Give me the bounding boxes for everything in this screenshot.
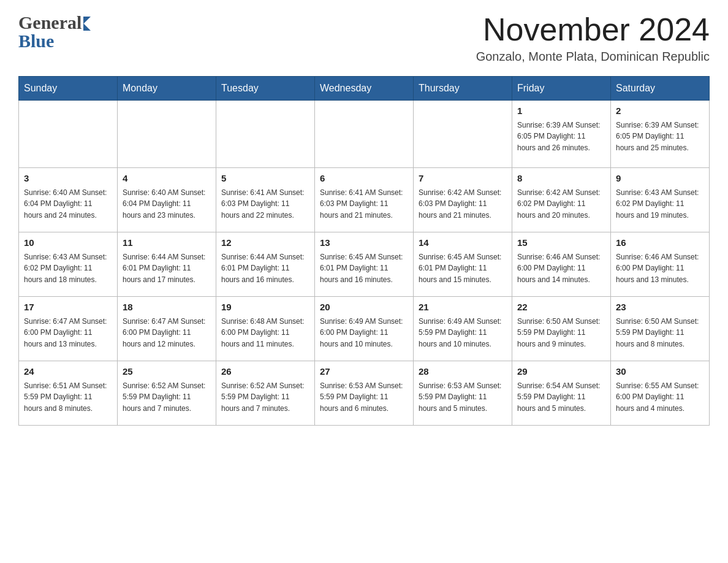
day-number: 13	[320, 236, 408, 250]
calendar-cell: 3Sunrise: 6:40 AM Sunset: 6:04 PM Daylig…	[19, 168, 118, 232]
day-info: Sunrise: 6:40 AM Sunset: 6:04 PM Dayligh…	[24, 187, 112, 221]
day-info: Sunrise: 6:41 AM Sunset: 6:03 PM Dayligh…	[221, 187, 309, 221]
calendar-cell: 30Sunrise: 6:55 AM Sunset: 6:00 PM Dayli…	[611, 361, 710, 426]
weekday-header-friday: Friday	[512, 77, 611, 101]
logo-flag-icon	[83, 17, 91, 31]
calendar-cell: 24Sunrise: 6:51 AM Sunset: 5:59 PM Dayli…	[19, 361, 118, 426]
day-info: Sunrise: 6:51 AM Sunset: 5:59 PM Dayligh…	[24, 380, 112, 415]
day-info: Sunrise: 6:55 AM Sunset: 6:00 PM Dayligh…	[616, 380, 704, 415]
day-info: Sunrise: 6:46 AM Sunset: 6:00 PM Dayligh…	[517, 251, 605, 286]
day-info: Sunrise: 6:42 AM Sunset: 6:03 PM Dayligh…	[419, 187, 507, 221]
calendar-week-row: 1Sunrise: 6:39 AM Sunset: 6:05 PM Daylig…	[19, 101, 710, 168]
calendar-week-row: 17Sunrise: 6:47 AM Sunset: 6:00 PM Dayli…	[19, 297, 710, 361]
weekday-header-wednesday: Wednesday	[315, 77, 414, 101]
day-number: 26	[221, 365, 309, 379]
calendar-cell: 21Sunrise: 6:49 AM Sunset: 5:59 PM Dayli…	[414, 297, 512, 361]
day-info: Sunrise: 6:53 AM Sunset: 5:59 PM Dayligh…	[419, 380, 507, 415]
day-info: Sunrise: 6:53 AM Sunset: 5:59 PM Dayligh…	[320, 380, 408, 415]
logo: General Blue	[18, 12, 91, 52]
calendar-cell: 28Sunrise: 6:53 AM Sunset: 5:59 PM Dayli…	[414, 361, 512, 426]
day-info: Sunrise: 6:43 AM Sunset: 6:02 PM Dayligh…	[24, 251, 112, 286]
calendar-cell: 11Sunrise: 6:44 AM Sunset: 6:01 PM Dayli…	[118, 232, 216, 297]
calendar-cell	[118, 101, 216, 168]
calendar-cell: 20Sunrise: 6:49 AM Sunset: 6:00 PM Dayli…	[315, 297, 414, 361]
day-number: 16	[616, 236, 704, 250]
calendar-cell	[315, 101, 414, 168]
month-title: November 2024	[476, 12, 710, 47]
day-number: 28	[419, 365, 507, 379]
day-number: 1	[517, 104, 605, 118]
calendar-cell	[216, 101, 315, 168]
calendar-cell: 27Sunrise: 6:53 AM Sunset: 5:59 PM Dayli…	[315, 361, 414, 426]
calendar-cell: 12Sunrise: 6:44 AM Sunset: 6:01 PM Dayli…	[216, 232, 315, 297]
calendar-week-row: 10Sunrise: 6:43 AM Sunset: 6:02 PM Dayli…	[19, 232, 710, 297]
calendar-cell: 29Sunrise: 6:54 AM Sunset: 5:59 PM Dayli…	[512, 361, 611, 426]
calendar-cell: 8Sunrise: 6:42 AM Sunset: 6:02 PM Daylig…	[512, 168, 611, 232]
calendar-cell: 15Sunrise: 6:46 AM Sunset: 6:00 PM Dayli…	[512, 232, 611, 297]
calendar-cell: 1Sunrise: 6:39 AM Sunset: 6:05 PM Daylig…	[512, 101, 611, 168]
calendar-cell: 18Sunrise: 6:47 AM Sunset: 6:00 PM Dayli…	[118, 297, 216, 361]
calendar-cell: 25Sunrise: 6:52 AM Sunset: 5:59 PM Dayli…	[118, 361, 216, 426]
day-number: 23	[616, 301, 704, 315]
calendar-cell: 7Sunrise: 6:42 AM Sunset: 6:03 PM Daylig…	[414, 168, 512, 232]
logo-blue-text: Blue	[18, 31, 54, 52]
day-number: 9	[616, 172, 704, 186]
day-number: 12	[221, 236, 309, 250]
day-number: 17	[24, 301, 112, 315]
day-info: Sunrise: 6:49 AM Sunset: 5:59 PM Dayligh…	[419, 316, 507, 350]
calendar-header-row: SundayMondayTuesdayWednesdayThursdayFrid…	[19, 77, 710, 101]
calendar-cell: 23Sunrise: 6:50 AM Sunset: 5:59 PM Dayli…	[611, 297, 710, 361]
calendar-week-row: 24Sunrise: 6:51 AM Sunset: 5:59 PM Dayli…	[19, 361, 710, 426]
day-number: 21	[419, 301, 507, 315]
day-number: 4	[123, 172, 211, 186]
weekday-header-tuesday: Tuesday	[216, 77, 315, 101]
calendar-cell: 4Sunrise: 6:40 AM Sunset: 6:04 PM Daylig…	[118, 168, 216, 232]
day-number: 14	[419, 236, 507, 250]
day-number: 5	[221, 172, 309, 186]
calendar-week-row: 3Sunrise: 6:40 AM Sunset: 6:04 PM Daylig…	[19, 168, 710, 232]
title-area: November 2024 Gonzalo, Monte Plata, Domi…	[476, 12, 710, 64]
calendar-cell: 10Sunrise: 6:43 AM Sunset: 6:02 PM Dayli…	[19, 232, 118, 297]
day-number: 20	[320, 301, 408, 315]
calendar-cell: 6Sunrise: 6:41 AM Sunset: 6:03 PM Daylig…	[315, 168, 414, 232]
calendar-cell: 2Sunrise: 6:39 AM Sunset: 6:05 PM Daylig…	[611, 101, 710, 168]
calendar-cell: 26Sunrise: 6:52 AM Sunset: 5:59 PM Dayli…	[216, 361, 315, 426]
day-info: Sunrise: 6:54 AM Sunset: 5:59 PM Dayligh…	[517, 380, 605, 415]
day-info: Sunrise: 6:44 AM Sunset: 6:01 PM Dayligh…	[123, 251, 211, 286]
day-number: 25	[123, 365, 211, 379]
logo-general-text: General	[18, 12, 82, 33]
calendar-cell: 17Sunrise: 6:47 AM Sunset: 6:00 PM Dayli…	[19, 297, 118, 361]
day-info: Sunrise: 6:45 AM Sunset: 6:01 PM Dayligh…	[320, 251, 408, 286]
day-number: 29	[517, 365, 605, 379]
calendar-cell: 13Sunrise: 6:45 AM Sunset: 6:01 PM Dayli…	[315, 232, 414, 297]
header: General Blue November 2024 Gonzalo, Mont…	[18, 12, 710, 64]
day-info: Sunrise: 6:49 AM Sunset: 6:00 PM Dayligh…	[320, 316, 408, 350]
weekday-header-thursday: Thursday	[414, 77, 512, 101]
day-number: 2	[616, 104, 704, 118]
day-info: Sunrise: 6:40 AM Sunset: 6:04 PM Dayligh…	[123, 187, 211, 221]
day-info: Sunrise: 6:42 AM Sunset: 6:02 PM Dayligh…	[517, 187, 605, 221]
day-number: 30	[616, 365, 704, 379]
day-info: Sunrise: 6:47 AM Sunset: 6:00 PM Dayligh…	[24, 316, 112, 350]
day-info: Sunrise: 6:43 AM Sunset: 6:02 PM Dayligh…	[616, 187, 704, 221]
day-number: 11	[123, 236, 211, 250]
calendar-cell: 14Sunrise: 6:45 AM Sunset: 6:01 PM Dayli…	[414, 232, 512, 297]
day-info: Sunrise: 6:52 AM Sunset: 5:59 PM Dayligh…	[123, 380, 211, 415]
day-info: Sunrise: 6:45 AM Sunset: 6:01 PM Dayligh…	[419, 251, 507, 286]
calendar-cell: 22Sunrise: 6:50 AM Sunset: 5:59 PM Dayli…	[512, 297, 611, 361]
day-info: Sunrise: 6:39 AM Sunset: 6:05 PM Dayligh…	[517, 120, 605, 154]
day-info: Sunrise: 6:48 AM Sunset: 6:00 PM Dayligh…	[221, 316, 309, 350]
location-subtitle: Gonzalo, Monte Plata, Dominican Republic	[476, 50, 710, 64]
calendar-cell: 5Sunrise: 6:41 AM Sunset: 6:03 PM Daylig…	[216, 168, 315, 232]
day-info: Sunrise: 6:46 AM Sunset: 6:00 PM Dayligh…	[616, 251, 704, 286]
calendar-cell	[414, 101, 512, 168]
day-number: 18	[123, 301, 211, 315]
day-number: 15	[517, 236, 605, 250]
day-info: Sunrise: 6:50 AM Sunset: 5:59 PM Dayligh…	[517, 316, 605, 350]
calendar-cell: 16Sunrise: 6:46 AM Sunset: 6:00 PM Dayli…	[611, 232, 710, 297]
weekday-header-saturday: Saturday	[611, 77, 710, 101]
calendar-cell	[19, 101, 118, 168]
day-number: 27	[320, 365, 408, 379]
calendar-table: SundayMondayTuesdayWednesdayThursdayFrid…	[18, 76, 710, 426]
day-number: 3	[24, 172, 112, 186]
